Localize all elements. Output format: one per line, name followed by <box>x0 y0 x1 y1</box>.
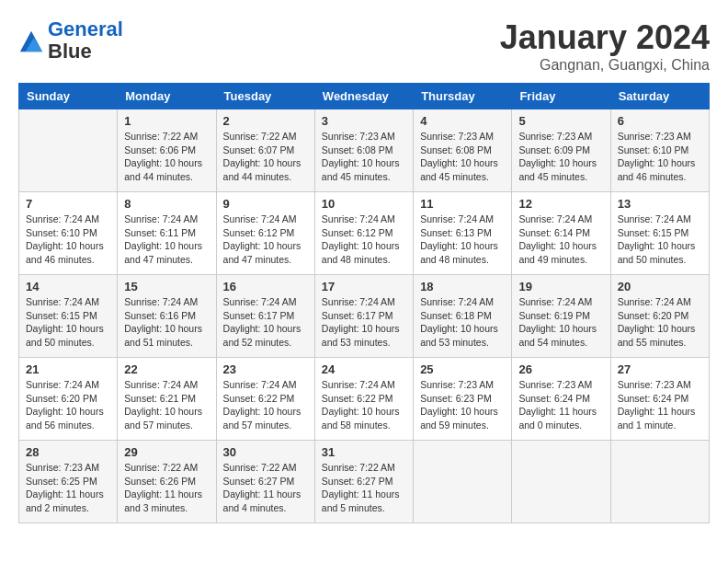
day-number: 3 <box>322 114 406 128</box>
week-row-1: 1 Sunrise: 7:22 AMSunset: 6:06 PMDayligh… <box>19 109 710 192</box>
day-number: 26 <box>518 362 603 376</box>
table-cell: 2 Sunrise: 7:22 AMSunset: 6:07 PMDayligh… <box>216 109 314 192</box>
cell-content: Sunrise: 7:24 AMSunset: 6:12 PMDaylight:… <box>223 213 308 267</box>
cell-content: Sunrise: 7:24 AMSunset: 6:21 PMDaylight:… <box>124 378 209 432</box>
cell-content: Sunrise: 7:24 AMSunset: 6:17 PMDaylight:… <box>322 295 406 350</box>
day-number: 28 <box>26 445 110 459</box>
week-row-3: 14 Sunrise: 7:24 AMSunset: 6:15 PMDaylig… <box>19 275 710 358</box>
day-number: 15 <box>124 280 209 293</box>
cell-content: Sunrise: 7:24 AMSunset: 6:16 PMDaylight:… <box>124 295 209 350</box>
day-number: 22 <box>124 362 209 376</box>
table-cell <box>610 441 709 523</box>
cell-content: Sunrise: 7:23 AMSunset: 6:08 PMDaylight:… <box>420 130 505 184</box>
table-cell: 26 Sunrise: 7:23 AMSunset: 6:24 PMDaylig… <box>512 358 610 441</box>
table-cell: 18 Sunrise: 7:24 AMSunset: 6:18 PMDaylig… <box>414 275 512 358</box>
table-cell: 22 Sunrise: 7:24 AMSunset: 6:21 PMDaylig… <box>118 358 216 441</box>
table-cell: 23 Sunrise: 7:24 AMSunset: 6:22 PMDaylig… <box>216 358 314 441</box>
cell-content: Sunrise: 7:24 AMSunset: 6:15 PMDaylight:… <box>618 213 702 267</box>
table-cell: 20 Sunrise: 7:24 AMSunset: 6:20 PMDaylig… <box>610 275 709 358</box>
cell-content: Sunrise: 7:23 AMSunset: 6:23 PMDaylight:… <box>420 378 505 432</box>
day-number: 27 <box>618 362 702 376</box>
day-number: 18 <box>420 280 505 293</box>
table-cell: 13 Sunrise: 7:24 AMSunset: 6:15 PMDaylig… <box>610 192 709 275</box>
day-number: 14 <box>26 280 110 293</box>
day-number: 20 <box>618 280 702 293</box>
table-cell: 1 Sunrise: 7:22 AMSunset: 6:06 PMDayligh… <box>118 109 216 192</box>
cell-content: Sunrise: 7:23 AMSunset: 6:25 PMDaylight:… <box>26 461 110 515</box>
title-block: January 2024 Gangnan, Guangxi, China <box>500 18 710 74</box>
day-number: 8 <box>124 197 209 211</box>
cell-content: Sunrise: 7:24 AMSunset: 6:17 PMDaylight:… <box>223 295 308 350</box>
day-number: 7 <box>26 197 110 211</box>
table-cell <box>414 441 512 523</box>
day-number: 23 <box>223 362 308 376</box>
cell-content: Sunrise: 7:24 AMSunset: 6:11 PMDaylight:… <box>124 213 209 267</box>
table-cell: 14 Sunrise: 7:24 AMSunset: 6:15 PMDaylig… <box>19 275 118 358</box>
cell-content: Sunrise: 7:22 AMSunset: 6:07 PMDaylight:… <box>223 130 308 184</box>
day-number: 10 <box>322 197 406 211</box>
day-number: 31 <box>322 445 406 459</box>
table-cell: 3 Sunrise: 7:23 AMSunset: 6:08 PMDayligh… <box>314 109 413 192</box>
day-number: 24 <box>322 362 406 376</box>
cell-content: Sunrise: 7:23 AMSunset: 6:24 PMDaylight:… <box>618 378 702 432</box>
header-monday: Monday <box>118 84 216 109</box>
cell-content: Sunrise: 7:24 AMSunset: 6:14 PMDaylight:… <box>518 213 603 267</box>
table-cell: 4 Sunrise: 7:23 AMSunset: 6:08 PMDayligh… <box>414 109 512 192</box>
cell-content: Sunrise: 7:24 AMSunset: 6:22 PMDaylight:… <box>322 378 406 432</box>
table-cell: 6 Sunrise: 7:23 AMSunset: 6:10 PMDayligh… <box>610 109 709 192</box>
table-cell: 11 Sunrise: 7:24 AMSunset: 6:13 PMDaylig… <box>414 192 512 275</box>
month-title: January 2024 <box>500 18 710 57</box>
day-number: 16 <box>223 280 308 293</box>
table-cell: 5 Sunrise: 7:23 AMSunset: 6:09 PMDayligh… <box>512 109 610 192</box>
day-number: 11 <box>420 197 505 211</box>
table-cell: 16 Sunrise: 7:24 AMSunset: 6:17 PMDaylig… <box>216 275 314 358</box>
header-wednesday: Wednesday <box>314 84 413 109</box>
cell-content: Sunrise: 7:23 AMSunset: 6:09 PMDaylight:… <box>518 130 603 184</box>
header-thursday: Thursday <box>414 84 512 109</box>
table-cell: 7 Sunrise: 7:24 AMSunset: 6:10 PMDayligh… <box>19 192 118 275</box>
day-number: 21 <box>26 362 110 376</box>
cell-content: Sunrise: 7:24 AMSunset: 6:15 PMDaylight:… <box>26 295 110 350</box>
table-cell: 30 Sunrise: 7:22 AMSunset: 6:27 PMDaylig… <box>216 441 314 523</box>
table-cell <box>19 109 118 192</box>
cell-content: Sunrise: 7:24 AMSunset: 6:10 PMDaylight:… <box>26 213 110 267</box>
day-number: 4 <box>420 114 505 128</box>
day-number: 2 <box>223 114 308 128</box>
week-row-2: 7 Sunrise: 7:24 AMSunset: 6:10 PMDayligh… <box>19 192 710 275</box>
header-tuesday: Tuesday <box>216 84 314 109</box>
cell-content: Sunrise: 7:22 AMSunset: 6:06 PMDaylight:… <box>124 130 209 184</box>
table-cell: 24 Sunrise: 7:24 AMSunset: 6:22 PMDaylig… <box>314 358 413 441</box>
day-number: 17 <box>322 280 406 293</box>
day-number: 1 <box>124 114 209 128</box>
header-friday: Friday <box>512 84 610 109</box>
cell-content: Sunrise: 7:22 AMSunset: 6:27 PMDaylight:… <box>322 461 406 515</box>
table-cell: 19 Sunrise: 7:24 AMSunset: 6:19 PMDaylig… <box>512 275 610 358</box>
day-number: 30 <box>223 445 308 459</box>
cell-content: Sunrise: 7:24 AMSunset: 6:22 PMDaylight:… <box>223 378 308 432</box>
cell-content: Sunrise: 7:23 AMSunset: 6:10 PMDaylight:… <box>618 130 702 184</box>
calendar-header-row: SundayMondayTuesdayWednesdayThursdayFrid… <box>19 84 710 109</box>
day-number: 29 <box>124 445 209 459</box>
day-number: 12 <box>518 197 603 211</box>
cell-content: Sunrise: 7:24 AMSunset: 6:12 PMDaylight:… <box>322 213 406 267</box>
calendar-table: SundayMondayTuesdayWednesdayThursdayFrid… <box>18 83 710 523</box>
cell-content: Sunrise: 7:23 AMSunset: 6:24 PMDaylight:… <box>518 378 603 432</box>
cell-content: Sunrise: 7:24 AMSunset: 6:20 PMDaylight:… <box>26 378 110 432</box>
logo-text: General Blue <box>48 18 123 63</box>
week-row-4: 21 Sunrise: 7:24 AMSunset: 6:20 PMDaylig… <box>19 358 710 441</box>
table-cell: 29 Sunrise: 7:22 AMSunset: 6:26 PMDaylig… <box>118 441 216 523</box>
table-cell: 27 Sunrise: 7:23 AMSunset: 6:24 PMDaylig… <box>610 358 709 441</box>
table-cell: 15 Sunrise: 7:24 AMSunset: 6:16 PMDaylig… <box>118 275 216 358</box>
cell-content: Sunrise: 7:22 AMSunset: 6:26 PMDaylight:… <box>124 461 209 515</box>
cell-content: Sunrise: 7:24 AMSunset: 6:19 PMDaylight:… <box>518 295 603 350</box>
header-saturday: Saturday <box>610 84 709 109</box>
day-number: 5 <box>518 114 603 128</box>
page-header: General Blue January 2024 Gangnan, Guang… <box>18 18 710 74</box>
week-row-5: 28 Sunrise: 7:23 AMSunset: 6:25 PMDaylig… <box>19 441 710 523</box>
table-cell: 31 Sunrise: 7:22 AMSunset: 6:27 PMDaylig… <box>314 441 413 523</box>
day-number: 13 <box>618 197 702 211</box>
cell-content: Sunrise: 7:24 AMSunset: 6:20 PMDaylight:… <box>618 295 702 350</box>
location-subtitle: Gangnan, Guangxi, China <box>500 57 710 74</box>
logo-icon <box>18 28 44 53</box>
table-cell: 10 Sunrise: 7:24 AMSunset: 6:12 PMDaylig… <box>314 192 413 275</box>
